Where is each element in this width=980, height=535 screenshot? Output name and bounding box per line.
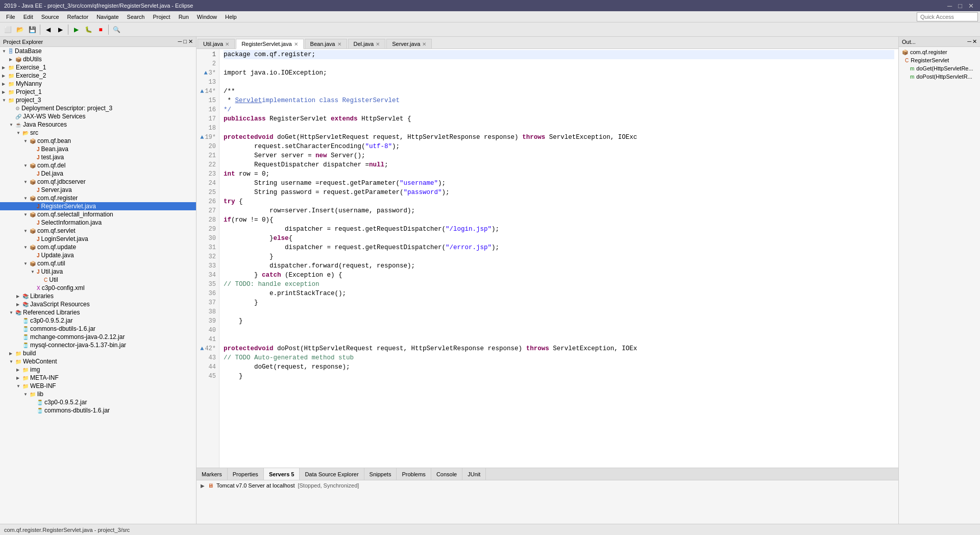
tree-item-Project1[interactable]: ▶📁 Project_1 [0,88,196,96]
outline-class[interactable]: C RegisterServlet [899,56,980,64]
tree-item-mchange-commons-java-0212jar[interactable]: 🫙 mchange-commons-java-0.2.12.jar [0,333,196,341]
tree-item-testjava[interactable]: J test.java [0,153,196,161]
tree-item-build[interactable]: ▶📁 build [0,349,196,357]
code-line-39[interactable]: } [224,317,894,326]
menu-run[interactable]: Run [175,13,193,21]
menu-file[interactable]: File [2,13,19,21]
tree-item-Java-Resources[interactable]: ▼☕ Java Resources [0,120,196,129]
code-line-22[interactable]: RequestDispatcher dispatcher =null; [224,160,894,169]
toolbar-save[interactable]: 💾 [27,24,38,35]
tree-item-Deljava[interactable]: J Del.java [0,169,196,178]
code-line-3*[interactable]: import java.io.IOException; [224,68,894,78]
outline-minimize[interactable]: ─ [967,38,971,45]
code-line-43[interactable]: // TODO Auto-generated method stub [224,353,894,362]
menu-refactor[interactable]: Refactor [63,13,93,21]
tab-del-java[interactable]: Del.java ✕ [348,39,386,48]
tab-bean-java-close[interactable]: ✕ [337,41,341,47]
code-line-27[interactable]: row=server.Insert(username, password); [224,206,894,215]
toolbar-open[interactable]: 📂 [14,24,26,35]
code-line-18[interactable] [224,124,894,133]
tree-item-RegisterServletjava[interactable]: J RegisterServlet.java [0,202,196,210]
menu-source[interactable]: Source [37,13,63,21]
fold-icon[interactable]: ▲ [200,87,204,96]
code-line-31[interactable]: dispatcher = request.getRequestDispatche… [224,243,894,252]
tree-item-comqfutil[interactable]: ▼📦 com.qf.util [0,259,196,268]
code-line-40[interactable] [224,326,894,335]
bottom-tab-markers[interactable]: Markers [197,468,228,480]
toolbar-new[interactable]: ⬜ [2,24,13,35]
toolbar-back[interactable]: ◀ [42,24,54,35]
code-line-28[interactable]: if(row != 0){ [224,215,894,225]
tree-item-commons-dbutils-16jar[interactable]: 🫙 commons-dbutils-1.6.jar [0,406,196,415]
code-line-14*[interactable]: /** [224,87,894,96]
title-bar-controls[interactable]: ─ □ ✕ [945,2,976,10]
outline-package[interactable]: 📦 com.qf.register [899,48,980,56]
menu-help[interactable]: Help [221,13,241,21]
code-line-25[interactable]: String password = request.getParameter("… [224,188,894,197]
close-button[interactable]: ✕ [966,2,976,10]
toolbar-debug[interactable]: 🐛 [83,24,94,35]
code-line-44[interactable]: doGet(request, response); [224,362,894,372]
menu-edit[interactable]: Edit [19,13,37,21]
code-line-20[interactable]: request.setCharacterEncoding("utf-8"); [224,142,894,151]
maximize-panel-icon[interactable]: □ [183,38,187,45]
tab-registerservlet-java[interactable]: RegisterServlet.java ✕ [236,39,303,49]
tab-del-java-close[interactable]: ✕ [376,41,380,47]
code-line-26[interactable]: try { [224,197,894,206]
bottom-tab-junit[interactable]: JUnit [462,468,486,480]
tree-item-Updatejava[interactable]: J Update.java [0,251,196,259]
code-line-21[interactable]: Server server = new Server(); [224,151,894,160]
menu-window[interactable]: Window [193,13,221,21]
code-line-29[interactable]: dispatcher = request.getRequestDispatche… [224,225,894,234]
tree-item-comqfselectallinformation[interactable]: ▼📦 com.qf.selectall_information [0,210,196,218]
code-line-38[interactable] [224,307,894,317]
server-expand-icon[interactable]: ▶ [201,483,205,489]
tree-item-Utiljava[interactable]: ▼J Util.java [0,268,196,276]
menu-navigate[interactable]: Navigate [92,13,122,21]
bottom-tab-servers[interactable]: Servers 5 [264,468,300,480]
tree-item-Util[interactable]: C Util [0,276,196,284]
toolbar-stop[interactable]: ■ [95,24,106,35]
code-line-23[interactable]: int row = 0; [224,169,894,179]
tree-item-JavaScript-Resources[interactable]: ▶📚 JavaScript Resources [0,300,196,308]
code-line-32[interactable]: } [224,252,894,261]
tree-item-Serverjava[interactable]: J Server.java [0,186,196,194]
code-area[interactable]: package com.qf.register; import java.io.… [219,49,898,468]
tree-item-DataBase[interactable]: ▼🗄 DataBase [0,47,196,55]
quick-access-input[interactable] [917,12,978,21]
tree-item-MyNanny[interactable]: ▶📁 MyNanny [0,80,196,88]
tree-item-src[interactable]: ▼📂 src [0,129,196,137]
tree-item-c3p0-0952jar[interactable]: 🫙 c3p0-0.9.5.2.jar [0,317,196,325]
server-item-tomcat[interactable]: ▶ 🖥 Tomcat v7.0 Server at localhost [Sto… [199,481,896,490]
tree-item-Deployment-Descriptor-project3[interactable]: ⚙ Deployment Descriptor: project_3 [0,104,196,112]
tree-item-Exercise1[interactable]: ▶📁 Exercise_1 [0,63,196,71]
tree-item-Beanjava[interactable]: J Bean.java [0,145,196,153]
tree-item-LoginServletjava[interactable]: J LoginServlet.java [0,235,196,243]
bottom-tab-console[interactable]: Console [431,468,462,480]
code-line-41[interactable] [224,335,894,344]
tree-item-c3p0-configxml[interactable]: X c3p0-config.xml [0,284,196,292]
code-line-45[interactable]: } [224,372,894,381]
minimize-panel-icon[interactable]: ─ [178,38,182,45]
tree-item-comqfjdbcserver[interactable]: ▼📦 com.qf.jdbcserver [0,178,196,186]
code-line-2[interactable] [224,59,894,68]
outline-close[interactable]: ✕ [972,38,977,45]
menu-search[interactable]: Search [123,13,149,21]
code-line-36[interactable]: e.printStackTrace(); [224,289,894,298]
bottom-tab-problems[interactable]: Problems [397,468,431,480]
tab-util-java-close[interactable]: ✕ [225,41,229,47]
code-line-37[interactable]: } [224,298,894,307]
close-panel-icon[interactable]: ✕ [188,38,193,45]
code-line-33[interactable]: dispatcher.forward(request, response); [224,261,894,271]
code-line-30[interactable]: }else{ [224,234,894,243]
code-line-13[interactable] [224,78,894,87]
fold-icon[interactable]: ▲ [200,133,204,142]
menu-project[interactable]: Project [149,13,174,21]
toolbar-run[interactable]: ▶ [70,24,82,35]
tree-item-comqfdel[interactable]: ▼📦 com.qf.del [0,161,196,169]
code-line-34[interactable]: } catch (Exception e) { [224,271,894,280]
toolbar-search[interactable]: 🔍 [111,24,122,35]
code-line-42*[interactable]: protected void doPost(HttpServletRequest… [224,344,894,353]
tab-server-java-close[interactable]: ✕ [422,41,426,47]
bottom-tab-snippets[interactable]: Snippets [364,468,397,480]
